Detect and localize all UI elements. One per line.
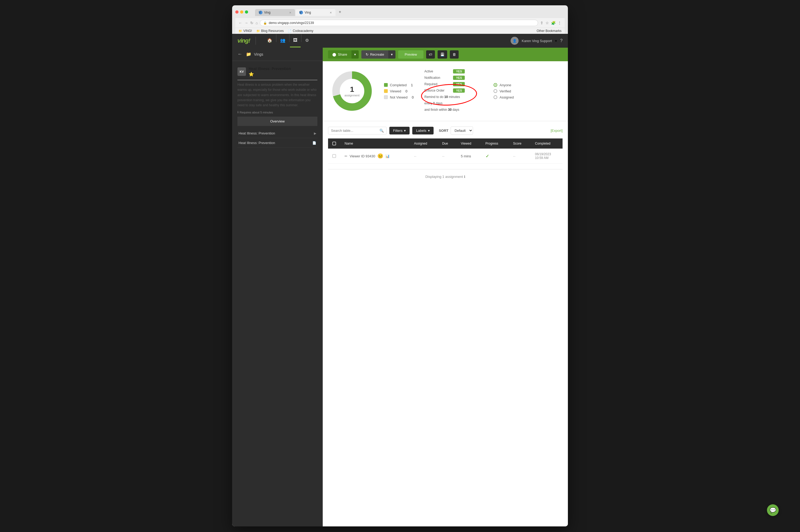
maximize-traffic-light[interactable] bbox=[245, 11, 248, 14]
ving-header: KV Heat Illness: Prevention ⭐ bbox=[237, 66, 317, 77]
sidebar-item-1[interactable]: Heat Illness: Prevention ▶ bbox=[237, 129, 317, 138]
ving-divider bbox=[237, 80, 317, 80]
user-dropdown-icon[interactable]: ▾ bbox=[555, 39, 557, 43]
recreate-dropdown-button[interactable]: ▾ bbox=[388, 50, 396, 59]
preview-button[interactable]: Preview bbox=[398, 50, 423, 59]
notification-setting: Notification YES bbox=[424, 76, 483, 80]
other-bookmarks[interactable]: Other Bookmarks bbox=[537, 29, 562, 33]
menu-icon[interactable]: ⋮ bbox=[558, 21, 562, 25]
active-setting: Active YES bbox=[424, 69, 483, 74]
browser-titlebar: V Ving ✕ V Ving ✕ + ← → ↻ ⌂ 🔒 demo.vinga… bbox=[232, 5, 568, 34]
bookmark-star-icon[interactable]: ☆ bbox=[546, 21, 549, 25]
chat-button[interactable]: 💬 bbox=[767, 504, 779, 516]
forward-button[interactable]: → bbox=[244, 21, 248, 25]
browser-tabs: V Ving ✕ V Ving ✕ + bbox=[255, 8, 344, 16]
minimize-traffic-light[interactable] bbox=[240, 11, 243, 14]
sidebar-item-2[interactable]: Heat Illness: Prevention 📄 bbox=[237, 138, 317, 148]
nav-settings[interactable]: ⚙ bbox=[302, 34, 312, 48]
row-checkbox[interactable] bbox=[332, 154, 336, 158]
remind-val3: 30 bbox=[448, 108, 451, 112]
chart-legend: Completed 1 Viewed 0 Not Viewed 0 bbox=[384, 83, 414, 99]
recreate-icon: ↻ bbox=[366, 53, 368, 56]
viewed-dot bbox=[384, 89, 388, 93]
not-viewed-dot bbox=[384, 95, 388, 99]
donut-label: assignment bbox=[345, 94, 360, 97]
displaying-text: Displaying 1 assignment bbox=[425, 175, 463, 179]
bookmark-ving-label: VING! bbox=[243, 29, 252, 33]
required-label: Required bbox=[424, 82, 451, 86]
close-traffic-light[interactable] bbox=[235, 11, 238, 14]
new-tab-button[interactable]: + bbox=[336, 8, 344, 16]
ving-description: Heat illness is a serious problem when t… bbox=[237, 82, 317, 108]
bookmark-ving[interactable]: 📁 VING! bbox=[238, 29, 252, 33]
address-bar[interactable]: 🔒 demo.vingapp.com/vings/22139 bbox=[260, 20, 538, 26]
home-button[interactable]: ⌂ bbox=[256, 21, 258, 25]
remind-unit3: days bbox=[453, 108, 459, 112]
notification-label: Notification bbox=[424, 76, 451, 80]
nav-home[interactable]: 🏠 bbox=[264, 34, 275, 48]
edit-icon[interactable]: ✏ bbox=[345, 154, 347, 158]
sidebar-item-2-label: Heat Illness: Prevention bbox=[238, 141, 275, 145]
tab-close-2[interactable]: ✕ bbox=[330, 11, 332, 14]
save-button[interactable]: 💾 bbox=[438, 50, 447, 59]
sidebar-header[interactable]: ← 📁 Vings bbox=[232, 48, 323, 61]
tag-button[interactable]: 🏷 bbox=[426, 50, 435, 59]
share-btn-group: ⬤ Share ▾ bbox=[328, 50, 359, 59]
col-due: Due bbox=[438, 138, 456, 149]
share-dropdown-button[interactable]: ▾ bbox=[351, 50, 359, 59]
overview-button[interactable]: Overview bbox=[237, 117, 317, 126]
row-completed: 06/19/202310:59 AM bbox=[531, 149, 563, 164]
legend-viewed: Viewed 0 bbox=[384, 89, 414, 93]
ving-initials: KV bbox=[237, 68, 246, 76]
ving-time-text: Requires about 5 minutes bbox=[240, 111, 273, 114]
user-name[interactable]: Karen Ving Support bbox=[522, 39, 552, 43]
browser-tab-1[interactable]: V Ving ✕ bbox=[255, 9, 295, 16]
tab-favicon-1: V bbox=[259, 11, 262, 14]
nav-users[interactable]: 👥 bbox=[277, 34, 289, 48]
legend-completed: Completed 1 bbox=[384, 83, 414, 87]
bookmark-codeacademy[interactable]: 📄 Codeacademy bbox=[288, 29, 313, 33]
remind-section: Remind to do 10 minutes every 1 days and… bbox=[424, 94, 483, 113]
nav-gallery[interactable]: 🖼 bbox=[290, 34, 301, 48]
bookmark-blog-label: Blog Resources bbox=[261, 29, 284, 33]
bookmark-codeacademy-label: Codeacademy bbox=[293, 29, 313, 33]
export-link[interactable]: [Export] bbox=[550, 129, 563, 133]
search-input[interactable] bbox=[331, 129, 378, 133]
sidebar-vings-label: Vings bbox=[254, 52, 263, 56]
chart-icon[interactable]: 📊 bbox=[385, 154, 389, 158]
main-layout: ← 📁 Vings KV Heat Illness: Prevention ⭐ … bbox=[232, 48, 568, 527]
share-icon[interactable]: ⇧ bbox=[540, 21, 543, 25]
row-progress: ✓ bbox=[481, 149, 509, 164]
ving-time: ℹ Requires about 5 minutes bbox=[237, 111, 317, 114]
select-all-checkbox[interactable] bbox=[332, 142, 336, 145]
radio-anyone[interactable]: Anyone bbox=[493, 83, 513, 87]
app-header: ving! 🏠 👥 🖼 ⚙ 👤 Karen Ving Support ▾ ? bbox=[232, 34, 568, 48]
share-button[interactable]: ⬤ Share bbox=[328, 50, 351, 59]
browser-tab-2[interactable]: V Ving ✕ bbox=[295, 9, 335, 16]
recreate-button[interactable]: ↻ Recreate bbox=[361, 50, 388, 59]
labels-button[interactable]: Labels ▾ bbox=[412, 127, 433, 134]
reload-button[interactable]: ↻ bbox=[250, 21, 253, 25]
extensions-icon[interactable]: 🧩 bbox=[551, 21, 556, 25]
radio-assigned[interactable]: Assigned bbox=[493, 95, 513, 99]
row-assigned: -- bbox=[410, 149, 438, 164]
tab-close-1[interactable]: ✕ bbox=[289, 11, 291, 14]
app-nav: 🏠 👥 🖼 ⚙ bbox=[264, 34, 312, 48]
enforce-order-setting: Enforce Order YES bbox=[424, 89, 483, 93]
help-button[interactable]: ? bbox=[560, 38, 563, 43]
filters-button[interactable]: Filters ▾ bbox=[389, 127, 410, 134]
video-icon: ▶ bbox=[314, 132, 316, 135]
bookmark-blog[interactable]: 📁 Blog Resources bbox=[256, 29, 284, 33]
content-area: ⬤ Share ▾ ↻ Recreate ▾ Preview 🏷 bbox=[323, 48, 568, 527]
sort-select[interactable]: Default bbox=[451, 127, 473, 135]
delete-button[interactable]: 🗑 bbox=[450, 50, 459, 59]
back-button[interactable]: ← bbox=[238, 21, 242, 25]
info-icon: ℹ bbox=[237, 111, 238, 114]
folder-icon-2: 📁 bbox=[256, 29, 260, 33]
labels-label: Labels bbox=[416, 129, 426, 133]
row-viewed: 5 mins bbox=[456, 149, 481, 164]
remind-val2: 1 bbox=[433, 101, 435, 105]
table-controls: 🔍 Filters ▾ Labels ▾ SORT bbox=[328, 127, 563, 135]
search-icon: 🔍 bbox=[380, 129, 384, 133]
radio-verified[interactable]: Verified bbox=[493, 89, 513, 93]
